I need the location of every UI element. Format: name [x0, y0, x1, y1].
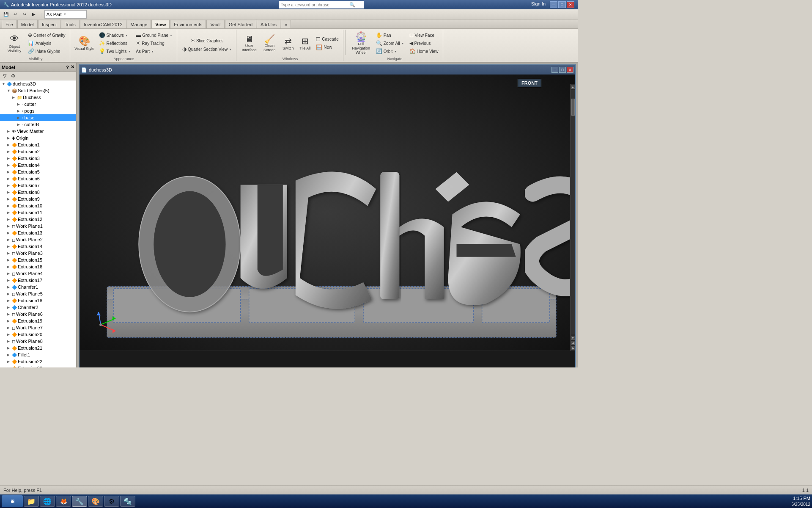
tree-item[interactable]: ▶▫pegs — [0, 108, 76, 114]
tree-expand-icon[interactable]: ▶ — [7, 346, 12, 350]
tree-item[interactable]: ▶🔶Extrusion4 — [0, 162, 76, 168]
panel-close-icon[interactable]: ✕ — [71, 64, 74, 70]
viewport-close-btn[interactable]: ✕ — [567, 67, 573, 73]
tree-item[interactable]: ▶▫cutter — [0, 101, 76, 108]
tree-item[interactable]: ▶◻Work Plane4 — [0, 270, 76, 277]
viewport[interactable]: 📄 duchess3D ─ □ ✕ — [79, 64, 576, 367]
analysis-button[interactable]: 📊 Analysis — [26, 39, 67, 47]
ray-tracing-button[interactable]: ☀ Ray Tracing — [134, 39, 174, 47]
tree-expand-icon[interactable]: ▶ — [7, 326, 12, 330]
zoom-all-button[interactable]: 🔍 Zoom All ▼ — [374, 39, 406, 47]
tree-item[interactable]: ▶◻Work Plane2 — [0, 236, 76, 243]
tree-expand-icon[interactable]: ▶ — [17, 109, 22, 113]
tree-expand-icon[interactable]: ▶ — [7, 177, 12, 181]
tree-expand-icon[interactable]: ▶ — [7, 204, 12, 208]
visual-style-button[interactable]: 🎨 Visual Style — [74, 30, 96, 56]
scroll-track[interactable] — [571, 90, 575, 334]
search-input[interactable] — [281, 3, 348, 7]
panel-filter-btn[interactable]: ▽ — [1, 73, 8, 80]
tree-expand-icon[interactable]: ▶ — [7, 359, 12, 364]
tab-more[interactable]: » — [281, 20, 291, 28]
tree-expand-icon[interactable]: ▶ — [7, 143, 12, 147]
clean-screen-button[interactable]: 🧹 CleanScreen — [260, 30, 279, 56]
full-nav-wheel-button[interactable]: 🎡 Full NavigationWheel — [350, 30, 373, 56]
tree-item[interactable]: ▶🔶Extrusion11 — [0, 209, 76, 216]
tree-item[interactable]: ▶◻Work Plane1 — [0, 223, 76, 229]
tree-expand-icon[interactable]: ▶ — [7, 224, 12, 228]
scroll-down-btn[interactable]: ▼ — [571, 336, 575, 340]
tree-expand-icon[interactable]: ▶ — [7, 237, 12, 242]
tree-item[interactable]: ▶🔶Extrusion3 — [0, 155, 76, 162]
tree-item[interactable]: ▶🔶Extrusion7 — [0, 182, 76, 189]
scroll-up-btn[interactable]: ▲ — [571, 85, 575, 89]
slice-graphics-button[interactable]: ✂ Slice Graphics — [189, 37, 225, 44]
tree-expand-icon[interactable]: ▶ — [7, 292, 12, 296]
tree-expand-icon[interactable]: ▶ — [7, 298, 12, 303]
qat-run[interactable]: ▶ — [30, 10, 38, 19]
tree-item[interactable]: ▶🔶Extrusion10 — [0, 202, 76, 209]
minimize-button[interactable]: ─ — [550, 1, 557, 8]
tree-item[interactable]: ▶▫cutterB — [0, 121, 76, 128]
tree-expand-icon[interactable]: ▶ — [7, 339, 12, 343]
tab-model[interactable]: Model — [17, 20, 38, 28]
tree-item[interactable]: ▶🔶Extrusion23 — [0, 365, 76, 367]
tree-expand-icon[interactable]: ▶ — [7, 156, 12, 160]
quarter-section-button[interactable]: ◑ Quarter Section View ▼ — [181, 45, 233, 53]
pan-button[interactable]: ✋ Pan — [374, 31, 406, 39]
qat-redo[interactable]: ↪ — [20, 10, 29, 19]
orbit-button[interactable]: 🔄 Orbit ▼ — [374, 47, 406, 55]
tree-item[interactable]: ▶🔶Extrusion8 — [0, 189, 76, 196]
tree-expand-icon[interactable]: ▶ — [7, 353, 12, 357]
tree-expand-icon[interactable]: ▶ — [7, 244, 12, 248]
scroll-extra-btn[interactable]: ◀ — [571, 341, 575, 345]
tab-file[interactable]: File — [2, 20, 17, 28]
tab-inventorcam[interactable]: InventorCAM 2012 — [80, 20, 126, 28]
cascade-button[interactable]: ❐ Cascade — [314, 36, 340, 43]
home-view-button[interactable]: 🏠 Home View — [408, 47, 440, 55]
model-tree[interactable]: ▼🔷duchess3D▼📦Solid Bodies(5)▶📁Duchess▶▫c… — [0, 80, 76, 367]
tab-inspect[interactable]: Inspect — [38, 20, 60, 28]
user-interface-button[interactable]: 🖥 UserInterface — [240, 30, 258, 56]
scroll-extra-btn2[interactable]: ▶ — [571, 346, 575, 350]
tree-expand-icon[interactable]: ▶ — [7, 265, 12, 269]
tree-expand-icon[interactable]: ▶ — [7, 210, 12, 215]
tree-item[interactable]: ▶🔶Extrusion12 — [0, 216, 76, 223]
tree-expand-icon[interactable]: ▶ — [7, 163, 12, 167]
tree-expand-icon[interactable]: ▶ — [17, 116, 22, 120]
tree-expand-icon[interactable]: ▶ — [17, 102, 22, 106]
new-window-button[interactable]: 🪟 New — [314, 44, 340, 51]
tree-expand-icon[interactable]: ▶ — [7, 278, 12, 282]
panel-help-icon[interactable]: ? — [66, 65, 69, 70]
tree-item[interactable]: ▶🔶Extrusion17 — [0, 277, 76, 284]
viewport-maximize-btn[interactable]: □ — [559, 67, 566, 73]
tree-item[interactable]: ▶🔶Extrusion22 — [0, 358, 76, 365]
tree-expand-icon[interactable]: ▶ — [7, 231, 12, 235]
tile-all-button[interactable]: ⊞ Tile All — [297, 30, 313, 56]
tree-item[interactable]: ▶◻Work Plane6 — [0, 311, 76, 318]
tree-expand-icon[interactable]: ▶ — [7, 149, 12, 154]
tree-item[interactable]: ▶✚Origin — [0, 135, 76, 141]
imate-glyphs-button[interactable]: 🔗 iMate Glyphs — [26, 47, 67, 55]
tree-item[interactable]: ▶🔶Extrusion9 — [0, 196, 76, 202]
tree-item[interactable]: ▶🔷Fillet1 — [0, 351, 76, 358]
sign-in-label[interactable]: Sign In — [531, 1, 546, 8]
tree-expand-icon[interactable]: ▶ — [7, 136, 12, 140]
tree-item[interactable]: ▶🔶Extrusion5 — [0, 168, 76, 175]
viewport-scrollbar-right[interactable]: ▲ ▼ ◀ ▶ — [570, 84, 575, 351]
tab-environments[interactable]: Environments — [170, 20, 206, 28]
tree-item[interactable]: ▶◻Work Plane8 — [0, 338, 76, 345]
tree-expand-icon[interactable]: ▶ — [12, 95, 17, 99]
tree-item[interactable]: ▶▫base — [0, 114, 76, 121]
tree-item[interactable]: ▶🔶Extrusion6 — [0, 175, 76, 182]
tree-item[interactable]: ▶◻Work Plane7 — [0, 324, 76, 331]
tree-item[interactable]: ▶🔶Extrusion18 — [0, 297, 76, 304]
tree-expand-icon[interactable]: ▶ — [7, 251, 12, 255]
tree-item[interactable]: ▶🔶Extrusion13 — [0, 229, 76, 236]
tab-view[interactable]: View — [151, 20, 170, 28]
tree-expand-icon[interactable]: ▶ — [7, 258, 12, 262]
tree-expand-icon[interactable]: ▶ — [7, 312, 12, 316]
tab-addins[interactable]: Add-Ins — [257, 20, 280, 28]
tree-item[interactable]: ▶📁Duchess — [0, 94, 76, 101]
shadows-button[interactable]: 🌑 Shadows ▼ — [97, 31, 133, 39]
previous-view-button[interactable]: ◀ Previous — [408, 39, 440, 47]
